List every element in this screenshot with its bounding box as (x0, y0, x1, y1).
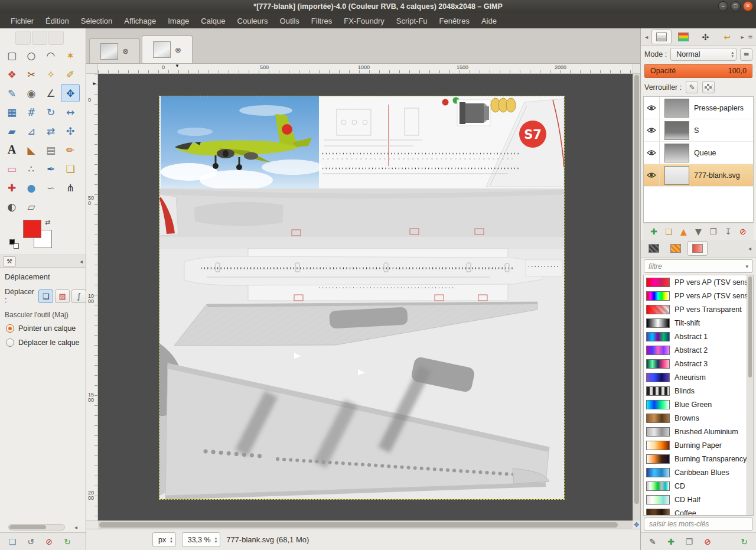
scrollbar-thumb[interactable] (748, 276, 752, 377)
airbrush-tool[interactable]: ∴ (22, 160, 41, 178)
zoom-select[interactable]: 33,3 % ▴ ▾ (182, 532, 220, 547)
radio-indicator[interactable] (6, 339, 14, 347)
menu-item[interactable]: Script-Fu (390, 13, 434, 28)
tab-close-icon[interactable]: ⊗ (175, 45, 181, 54)
convolve-tool[interactable]: ● (22, 178, 41, 197)
chevron-left-icon[interactable]: ◂ (644, 34, 649, 40)
gradient-item[interactable]: Abstract 2 (644, 343, 747, 357)
canvas[interactable]: S7 (159, 96, 564, 499)
visibility-eye-icon[interactable] (644, 142, 660, 164)
dock-tab-patterns[interactable] (666, 241, 686, 256)
gradient-item[interactable]: Blinds (644, 384, 747, 398)
gradient-item[interactable]: Aneurism (644, 370, 747, 384)
pencil-tool[interactable]: ✏ (61, 141, 80, 159)
dock-tab-patterns-mono[interactable] (644, 241, 664, 256)
cage-transform-tool[interactable]: ▱ (22, 197, 41, 216)
scrollbar-thumb[interactable] (9, 525, 46, 529)
free-select-tool[interactable]: ◠ (41, 46, 60, 64)
dock-tab-tool-presets[interactable]: ✣ (695, 30, 715, 44)
spinner-down-icon[interactable]: ▾ (215, 540, 217, 544)
dock-tab-gradients[interactable] (687, 241, 708, 256)
spinner[interactable]: ▴ ▾ (215, 536, 217, 544)
mypaint-brush-tool[interactable]: ✐ (61, 65, 80, 83)
lock-alpha-button[interactable] (702, 81, 715, 93)
lower-layer-button[interactable]: ▼ (692, 225, 705, 238)
mode-dropdown[interactable]: Normal ▴ ▾ (670, 48, 737, 61)
edit-gradient-button[interactable]: ✎ (646, 535, 659, 548)
menu-item[interactable]: Filtres (305, 13, 338, 28)
dock-tab-brushes[interactable] (651, 30, 672, 44)
unit-select[interactable]: px ▴ ▾ (152, 532, 176, 547)
vertical-scrollbar[interactable] (633, 74, 640, 520)
dock-menu-icon[interactable]: ≡ (748, 34, 753, 40)
handle-transform-tool[interactable]: ✣ (61, 122, 80, 140)
radio-indicator[interactable] (6, 324, 14, 333)
gradient-item[interactable]: CD Half (644, 493, 747, 506)
ellipse-select-tool[interactable]: ○ (22, 46, 41, 64)
rectangle-select-tool[interactable]: ▢ (2, 46, 21, 64)
gradient-item[interactable]: Coffee (644, 506, 747, 515)
refresh-gradients-button[interactable]: ↻ (738, 535, 751, 548)
scrollbar-thumb[interactable] (634, 75, 639, 504)
minimize-button[interactable]: – (718, 1, 728, 11)
move-layer-button[interactable]: ❏ (38, 289, 53, 303)
gradient-item[interactable]: PP vers Transparent (644, 302, 747, 316)
visibility-eye-icon[interactable] (644, 119, 660, 141)
restore-tool-options-button[interactable]: ↺ (24, 535, 37, 548)
delete-layer-button[interactable]: ⊘ (737, 225, 750, 238)
navigation-cross-icon[interactable]: ✥ (633, 520, 640, 529)
horizontal-ruler[interactable]: 0500100015002000 ▼ (98, 64, 633, 74)
eraser-tool[interactable]: ▭ (2, 160, 21, 178)
close-button[interactable]: ✕ (743, 1, 753, 11)
menu-item[interactable]: Fichier (5, 13, 40, 28)
color-selector[interactable]: ⇄ (0, 218, 86, 252)
move-path-button[interactable]: ∫ (71, 289, 86, 303)
dropdown-icon[interactable]: ▾ (745, 263, 748, 269)
layer-row[interactable]: 777-blank.svg (644, 164, 753, 187)
save-tool-options-button[interactable]: ❏ (6, 535, 19, 548)
foreground-color-swatch[interactable] (23, 220, 41, 238)
crop-tool[interactable]: # (22, 103, 41, 121)
zoom-tool[interactable]: ◉ (22, 84, 41, 102)
heal-tool[interactable]: ✚ (2, 178, 21, 197)
clone-tool[interactable]: ❏ (61, 160, 80, 178)
measure-tool[interactable]: ∠ (41, 84, 60, 102)
scale-tool[interactable]: ↔ (61, 103, 80, 121)
gradient-item[interactable]: Abstract 1 (644, 330, 747, 343)
gradient-item[interactable]: Burning Transparency (644, 452, 747, 466)
spinner[interactable]: ▴ ▾ (170, 536, 172, 544)
menu-item[interactable]: FX-Foundry (338, 13, 390, 28)
duplicate-gradient-button[interactable]: ❐ (683, 535, 696, 548)
select-by-color-tool[interactable]: ❖ (2, 65, 21, 83)
delete-tool-options-button[interactable]: ⊘ (43, 535, 56, 548)
shear-tool[interactable]: ▰ (2, 122, 21, 140)
chevron-right-icon[interactable]: ▸ (739, 34, 745, 40)
swap-colors-icon[interactable]: ⇄ (45, 219, 50, 226)
ruler-corner[interactable] (86, 64, 98, 74)
layer-row[interactable]: Queue (644, 142, 753, 164)
move-tool[interactable]: ✥ (61, 84, 80, 102)
image-tab-1[interactable]: ⊗ (89, 38, 140, 63)
menu-item[interactable]: Affichage (118, 13, 162, 28)
image-tab-2[interactable]: ⊗ (142, 35, 193, 63)
menu-item[interactable]: Sélection (75, 13, 118, 28)
tool-options-tab-icon[interactable]: ⚒ (3, 256, 16, 266)
move-selection-button[interactable]: ▨ (55, 289, 70, 303)
opacity-slider[interactable]: Opacité 100,0 (644, 64, 752, 78)
title-bar[interactable]: *[777-blank] (importée)-4.0 (Couleur RVB… (0, 0, 756, 13)
gradient-filter-input[interactable]: filtre ▾ (644, 259, 753, 273)
gradient-item[interactable]: Abstract 3 (644, 357, 747, 370)
dodge-burn-tool[interactable]: ◐ (2, 197, 21, 216)
color-picker-tool[interactable]: ✧ (41, 65, 60, 83)
gradient-tool[interactable]: ▤ (41, 141, 60, 159)
duplicate-layer-button[interactable]: ❐ (707, 225, 720, 238)
horizontal-scrollbar[interactable] (98, 520, 633, 529)
collapse-icon[interactable]: ◂ (80, 258, 83, 265)
dock-tab-layers[interactable] (673, 30, 693, 44)
menu-item[interactable]: Calque (195, 13, 231, 28)
ink-tool[interactable]: ✒ (41, 160, 60, 178)
gradient-item[interactable]: PP vers AP (TSV sens anti-horaire) (644, 275, 747, 289)
lock-pixels-button[interactable]: ✎ (686, 81, 698, 93)
smudge-tool[interactable]: ∽ (41, 178, 60, 197)
menu-item[interactable]: Fenêtres (434, 13, 475, 28)
